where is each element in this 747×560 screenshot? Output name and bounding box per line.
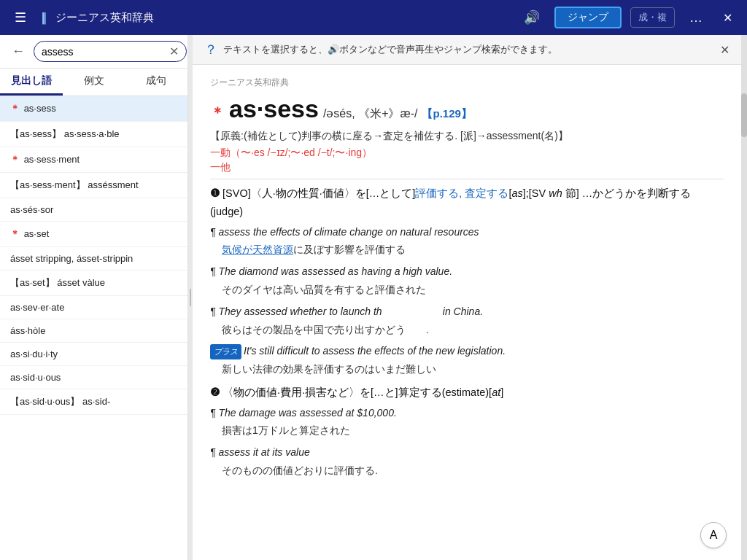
search-input-wrap: ✕ [34, 41, 187, 62]
list-item[interactable]: ＊ as·sess·ment [0, 147, 187, 173]
font-size-button[interactable]: A [700, 522, 727, 548]
list-item[interactable]: as·sev·er·ate [0, 296, 187, 319]
search-bar: ← ✕ [0, 35, 187, 69]
list-item[interactable]: as·sid·u·ous [0, 366, 187, 389]
example2-jpn: そのダイヤは高い品質を有すると評価された [210, 281, 724, 299]
list-item[interactable]: ＊ as·sess [0, 96, 187, 122]
content-area: ジーニアス英和辞典 ＊ as·sess /əsés, 《米+》æ-/ 【p.12… [193, 65, 741, 560]
list-item[interactable]: 【as·sess·ment】 asséssment [0, 173, 187, 198]
nari-button[interactable]: 成・複 [630, 7, 675, 28]
app-title: ジーニアス英和辞典 [55, 11, 509, 25]
info-icon: ？ [204, 41, 217, 58]
example6-jpn: そのものの価値どおりに評価する. [210, 462, 724, 480]
window-close-button[interactable]: ✕ [717, 8, 738, 28]
asterisk-icon: ＊ [10, 154, 20, 165]
tab-reibu[interactable]: 例文 [63, 69, 125, 96]
sense1-definition: ❶ [SVO]〈人·物の性質·価値〉を[…として]評価する, 査定する[as];… [210, 184, 724, 220]
example1-eng: ¶ assess the effects of climate change o… [210, 224, 724, 241]
headword-asterisk: ＊ [210, 103, 225, 122]
list-item[interactable]: ásset stripping, ásset-strippin [0, 247, 187, 271]
sense1-num: ❶ [210, 187, 220, 199]
word-list: ＊ as·sess 【as·sess】 as·sess·a·ble ＊ as·s… [0, 96, 187, 560]
list-item[interactable]: 【as·set】 ásset vàlue [0, 271, 187, 296]
example3-jpn: 彼らはその製品を中国で売り出すかどう . [210, 322, 724, 339]
right-panel: ？ テキストを選択すると、🔊ボタンなどで音声再生やジャンプ検索ができます。 ✕ … [193, 35, 741, 560]
sense2-definition: ❷ 〈物の価値·費用·損害など〉を[…と]算定する(estimate)[at] [210, 383, 724, 402]
tabs: 見出し語 例文 成句 [0, 69, 187, 96]
back-button[interactable]: ← [7, 42, 29, 61]
asterisk-icon: ＊ [10, 228, 20, 239]
scroll-thumb[interactable] [741, 93, 747, 137]
menu-button[interactable]: ☰ [9, 7, 32, 28]
list-item[interactable]: 【as·sess】 as·sess·a·ble [0, 122, 187, 147]
headword-pronunciation: /əsés, 《米+》æ-/ [323, 106, 418, 122]
left-panel: ← ✕ 見出し語 例文 成句 ＊ as·sess 【as·sess】 as·se… [0, 35, 188, 560]
entry-pos2: 一他 [210, 161, 724, 174]
example2: ¶ The diamond was assessed as having a h… [210, 263, 724, 299]
example4-eng: プラスIt's still difficult to assess the ef… [210, 343, 724, 360]
list-item[interactable]: 【as·sid·u·ous】 as·sid- [0, 389, 187, 415]
example5: ¶ The damage was assessed at $10,000. 損害… [210, 405, 724, 440]
example4-jpn: 新しい法律の効果を評価するのはいまだ難しい [210, 361, 724, 378]
entry-headword: ＊ as·sess /əsés, 《米+》æ-/ 【p.129】 [210, 95, 724, 123]
entry-origin: 【原義:(補佐として)判事の横に座る→査定を補佐する. [派]→assessme… [210, 128, 724, 144]
sense1-def-text: [SVO]〈人·物の性質·価値〉を[…として]評価する, 査定する[as];[S… [210, 187, 691, 217]
sense2-num: ❷ [210, 386, 220, 398]
logo-icon: ∥ [41, 11, 47, 25]
example1-jpn: 気候が天然資源に及ぼす影響を評価する [210, 241, 724, 259]
divider [210, 179, 724, 179]
asterisk-icon: ＊ [10, 103, 20, 114]
headword-ref: 【p.129】 [422, 107, 471, 121]
example3: ¶ They assessed whether to launch th████… [210, 303, 724, 339]
titlebar: ☰ ∥ ジーニアス英和辞典 🔊 ジャンプ 成・複 … ✕ [0, 0, 747, 35]
list-item[interactable]: as·sés·sor [0, 198, 187, 222]
list-item[interactable]: áss·hòle [0, 319, 187, 343]
tab-midashi[interactable]: 見出し語 [0, 69, 63, 96]
list-item[interactable]: as·si·du·i·ty [0, 343, 187, 366]
plus-badge: プラス [210, 344, 241, 359]
example3-eng: ¶ They assessed whether to launch th████… [210, 303, 724, 321]
info-bar-close-button[interactable]: ✕ [720, 43, 729, 57]
sense2-def-text: 〈物の価値·費用·損害など〉を[…と]算定する(estimate)[at] [222, 386, 503, 398]
scrollbar[interactable] [741, 35, 747, 560]
example5-jpn: 損害は1万ドルと算定された [210, 422, 724, 440]
jump-button[interactable]: ジャンプ [554, 7, 622, 28]
main-layout: ← ✕ 見出し語 例文 成句 ＊ as·sess 【as·sess】 as·se… [0, 35, 747, 560]
sound-button[interactable]: 🔊 [518, 7, 546, 28]
source-label: ジーニアス英和辞典 [210, 77, 724, 89]
example5-eng: ¶ The damage was assessed at $10,000. [210, 405, 724, 422]
example2-eng: ¶ The diamond was assessed as having a h… [210, 263, 724, 281]
tab-seiku[interactable]: 成句 [125, 69, 187, 96]
entry-pos1: 一動（〜·es /−ɪz/;〜·ed /−t/;〜·ing） [210, 147, 724, 160]
headword-text: as·sess [229, 95, 319, 123]
example6: ¶ assess it at its value そのものの価値どおりに評価する… [210, 444, 724, 480]
info-bar-text: テキストを選択すると、🔊ボタンなどで音声再生やジャンプ検索ができます。 [223, 43, 714, 56]
example1-link[interactable]: 気候が天然資源 [222, 244, 293, 255]
info-bar: ？ テキストを選択すると、🔊ボタンなどで音声再生やジャンプ検索ができます。 ✕ [193, 35, 741, 65]
example1: ¶ assess the effects of climate change o… [210, 224, 724, 260]
search-input[interactable] [42, 46, 169, 58]
more-button[interactable]: … [684, 7, 708, 28]
example4: プラスIt's still difficult to assess the ef… [210, 343, 724, 378]
list-item[interactable]: ＊ as·set [0, 222, 187, 247]
example6-eng: ¶ assess it at its value [210, 444, 724, 462]
search-clear-button[interactable]: ✕ [169, 44, 179, 58]
